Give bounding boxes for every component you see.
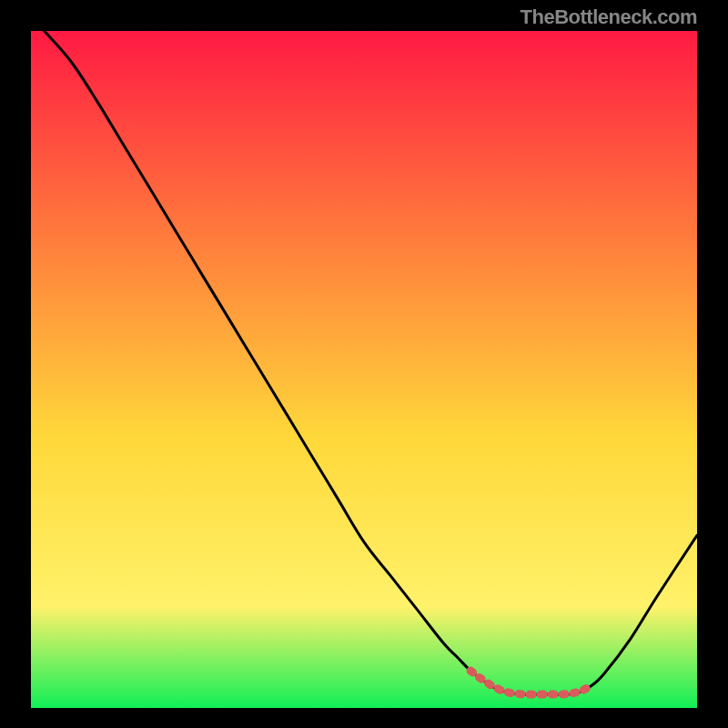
chart-svg — [31, 31, 697, 708]
chart-plot-area — [31, 31, 697, 708]
watermark-text: TheBottleneck.com — [521, 5, 697, 29]
chart-frame: TheBottleneck.com — [0, 0, 728, 728]
gradient-background — [31, 31, 697, 708]
